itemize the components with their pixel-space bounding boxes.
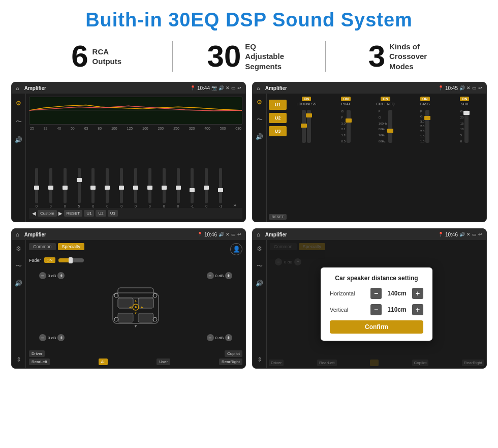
sub-on-button[interactable]: ON bbox=[460, 97, 470, 101]
confirm-button[interactable]: Confirm bbox=[330, 320, 423, 334]
eq-slider-7[interactable]: 0 bbox=[115, 168, 128, 208]
xover-spk-icon[interactable]: 🔊 bbox=[254, 131, 265, 142]
stat-crossover: 3 Kinds ofCrossover Modes bbox=[336, 41, 468, 72]
dist-wave-icon[interactable]: 〜 bbox=[254, 260, 265, 272]
xover-eq-icon[interactable]: ⚙ bbox=[254, 97, 265, 108]
driver-button[interactable]: Driver bbox=[29, 350, 45, 357]
home-icon-3[interactable]: ⌂ bbox=[16, 231, 19, 237]
window-icon-3: ▭ bbox=[231, 232, 236, 237]
eq-slider-4[interactable]: 5 bbox=[73, 168, 86, 208]
phat-slider[interactable] bbox=[347, 110, 351, 143]
dist-spk-icon[interactable]: 🔊 bbox=[254, 278, 265, 289]
cutfreq-on-button[interactable]: ON bbox=[381, 97, 390, 101]
eq-slider-expand[interactable]: » bbox=[228, 202, 241, 208]
fader-eq-icon[interactable]: ⚙ bbox=[13, 243, 24, 254]
eq-wave-icon[interactable]: 〜 bbox=[13, 116, 24, 127]
freq-500: 500 bbox=[220, 127, 226, 130]
eq-slider-1[interactable]: 0 bbox=[30, 168, 43, 208]
rearright-button[interactable]: RearRight bbox=[219, 359, 242, 365]
u1-button[interactable]: U1 bbox=[84, 210, 94, 217]
bl-speaker-plus[interactable]: + bbox=[57, 334, 65, 341]
vertical-label: Vertical bbox=[330, 307, 365, 313]
back-icon: ↩ bbox=[237, 85, 241, 91]
sub-slider[interactable] bbox=[464, 110, 469, 143]
common-tab-button[interactable]: Common bbox=[29, 243, 56, 250]
next-preset-button[interactable]: ▶ bbox=[58, 211, 63, 216]
all-button[interactable]: All bbox=[99, 359, 108, 365]
rearleft-button[interactable]: RearLeft bbox=[29, 359, 50, 365]
eq-slider-10[interactable]: 0 bbox=[158, 168, 171, 208]
xover-reset-button[interactable]: RESET bbox=[269, 214, 287, 220]
eq-slider-8[interactable]: 0 bbox=[129, 168, 142, 208]
eq-slider-9[interactable]: 0 bbox=[143, 168, 157, 208]
svg-text:▼: ▼ bbox=[134, 312, 137, 315]
eq-speaker-icon[interactable]: 🔊 bbox=[13, 134, 24, 145]
reset-button[interactable]: RESET bbox=[64, 210, 83, 217]
tl-speaker-minus[interactable]: − bbox=[39, 272, 46, 279]
close-icon-4: ✕ bbox=[466, 232, 471, 237]
stat-label-crossover: Kinds ofCrossover Modes bbox=[389, 42, 435, 72]
xover-wave-icon[interactable]: 〜 bbox=[254, 114, 265, 125]
xover-channels: ON LOUDNESS ON PHAT G bbox=[287, 96, 484, 220]
home-icon-4[interactable]: ⌂ bbox=[257, 231, 260, 237]
dist-arrows-icon[interactable]: ⇕ bbox=[254, 354, 265, 365]
br-speaker-plus[interactable]: + bbox=[225, 334, 232, 341]
loudness-on-button[interactable]: ON bbox=[302, 97, 312, 101]
bl-speaker-minus[interactable]: − bbox=[39, 334, 46, 341]
fader-arrows-icon[interactable]: ⇕ bbox=[13, 354, 24, 365]
xover-u2-button[interactable]: U2 bbox=[269, 113, 287, 123]
tr-speaker-minus[interactable]: − bbox=[207, 272, 214, 279]
eq-tuner-icon[interactable]: ⚙ bbox=[13, 98, 24, 109]
svg-text:▼: ▼ bbox=[134, 324, 138, 328]
vertical-minus-button[interactable]: − bbox=[370, 304, 382, 315]
eq-graph-svg bbox=[29, 97, 242, 124]
phat-on-button[interactable]: ON bbox=[341, 97, 351, 101]
eq-slider-12[interactable]: -1 bbox=[185, 168, 199, 208]
xover-u1-button[interactable]: U1 bbox=[269, 100, 287, 110]
loudness-slider2[interactable] bbox=[307, 110, 311, 143]
xover-u3-button[interactable]: U3 bbox=[269, 126, 287, 136]
eq-slider-11[interactable]: 0 bbox=[172, 168, 185, 208]
copilot-button[interactable]: Copilot bbox=[225, 350, 242, 357]
prev-preset-button[interactable]: ◀ bbox=[32, 211, 36, 216]
tl-speaker-plus[interactable]: + bbox=[57, 272, 65, 279]
specialty-tab-button[interactable]: Specialty bbox=[58, 243, 85, 250]
eq-slider-2[interactable]: 0 bbox=[44, 168, 57, 208]
vertical-plus-button[interactable]: + bbox=[412, 304, 423, 315]
user-button[interactable]: User bbox=[157, 359, 170, 365]
eq-slider-13[interactable]: 0 bbox=[200, 168, 213, 208]
xover-channel-sub: ON SUB G 20 15 10 5 0 bbox=[446, 97, 483, 219]
user-profile-button[interactable]: 👤 bbox=[230, 243, 242, 255]
eq-content: ⚙ 〜 🔊 25 32 40 50 63 bbox=[12, 94, 245, 222]
eq-slider-14[interactable]: -1 bbox=[214, 168, 227, 208]
freq-200: 200 bbox=[158, 127, 164, 130]
horizontal-minus-button[interactable]: − bbox=[370, 288, 382, 299]
xover-channel-loudness: ON LOUDNESS bbox=[288, 97, 325, 219]
bass-on-button[interactable]: ON bbox=[420, 97, 430, 101]
u2-button[interactable]: U2 bbox=[96, 210, 106, 217]
dist-eq-icon[interactable]: ⚙ bbox=[254, 243, 265, 254]
br-speaker-minus[interactable]: − bbox=[207, 334, 214, 341]
horizontal-plus-button[interactable]: + bbox=[412, 288, 423, 299]
eq-freq-labels: 25 32 40 50 63 80 100 125 160 200 250 32… bbox=[29, 127, 242, 130]
fader-spk-icon[interactable]: 🔊 bbox=[13, 278, 24, 289]
fader-wave-icon[interactable]: 〜 bbox=[13, 260, 24, 272]
home-icon[interactable]: ⌂ bbox=[16, 85, 19, 91]
eq-sliders: 0 0 0 5 0 0 0 0 0 0 0 -1 0 -1 » bbox=[29, 132, 242, 208]
time-2: 10:45 bbox=[445, 85, 458, 91]
cutfreq-slider[interactable] bbox=[388, 110, 392, 143]
eq-slider-6[interactable]: 0 bbox=[101, 168, 114, 208]
status-icons-4: 📍 10:46 🔊 ✕ ▭ ↩ bbox=[438, 232, 482, 237]
custom-preset-button[interactable]: Custom bbox=[38, 210, 57, 217]
u3-button[interactable]: U3 bbox=[108, 210, 118, 217]
tr-speaker-plus[interactable]: + bbox=[225, 272, 232, 279]
bass-slider[interactable] bbox=[425, 110, 429, 143]
dist-bottom-buttons: Driver RearLeft All Copilot RearRight bbox=[269, 360, 484, 366]
freq-125: 125 bbox=[127, 127, 133, 130]
xover-main: U1 U2 U3 RESET ON LOUDNESS bbox=[267, 94, 486, 222]
eq-slider-3[interactable]: 0 bbox=[58, 168, 72, 208]
freq-320: 320 bbox=[189, 127, 195, 130]
home-icon-2[interactable]: ⌂ bbox=[257, 85, 260, 91]
eq-slider-5[interactable]: 0 bbox=[86, 168, 100, 208]
loudness-slider[interactable] bbox=[302, 110, 306, 143]
